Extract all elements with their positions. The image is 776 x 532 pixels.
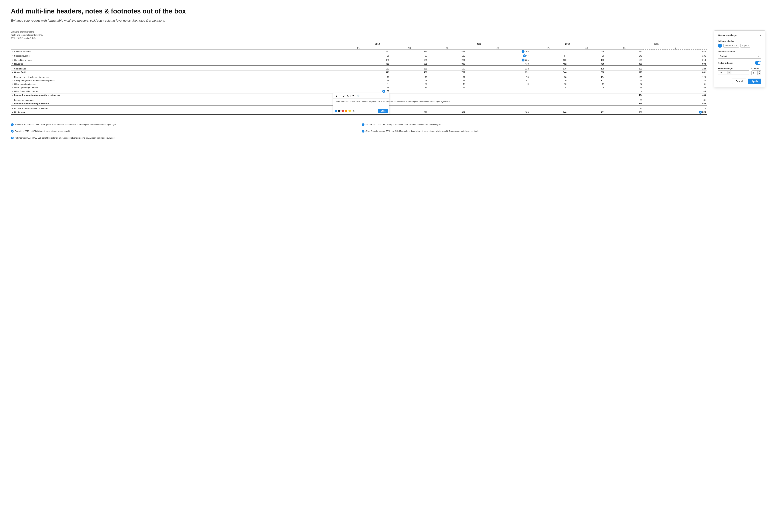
- cell: 9: [466, 82, 530, 86]
- indicator-display-label: Indicator display: [718, 40, 761, 42]
- chevron-down-icon: ∨: [747, 44, 749, 46]
- footnote-height-unit: %: [727, 71, 732, 74]
- row-label: + Support revenue: [11, 54, 327, 58]
- table-row: + Support revenue 99 87 132 2 87 87 90 1…: [11, 54, 707, 58]
- cell: 140: [530, 110, 568, 115]
- link-button[interactable]: 🔗: [356, 94, 360, 98]
- emoji-button[interactable]: ☺: [352, 110, 355, 113]
- footnote-height-input[interactable]: [718, 70, 727, 74]
- cancel-button[interactable]: Cancel: [732, 78, 746, 84]
- cell: [466, 107, 530, 110]
- cell: 707: [428, 70, 466, 74]
- company-name: SoftCons International Inc.: [11, 30, 707, 34]
- year-header-row: 2012 2013 2014 2015: [11, 42, 707, 46]
- cell: 273: [530, 49, 568, 54]
- cell: 122: [530, 58, 568, 62]
- col-2013-pl: PL: [428, 46, 466, 49]
- cell: 44: [605, 79, 643, 82]
- edit-content[interactable]: Other financial income 2012 : mUSD -55 p…: [333, 99, 389, 108]
- color-yellow[interactable]: [349, 110, 351, 112]
- cell: 10: [530, 82, 568, 86]
- rollup-toggle[interactable]: [755, 61, 761, 65]
- col-2015-fc: FC: [643, 46, 707, 49]
- cell: 78: [390, 75, 428, 79]
- color-red[interactable]: [342, 110, 344, 112]
- footnote-badge-4: 4: [362, 130, 364, 133]
- row-label-total: = Revenue: [11, 62, 327, 66]
- indicator-type-select[interactable]: Numbered ∨: [724, 44, 739, 48]
- cell: 35: [605, 99, 643, 102]
- label-subheader: [11, 46, 327, 49]
- color-blue[interactable]: [335, 110, 337, 112]
- color-orange[interactable]: [345, 110, 347, 112]
- column-label: Column: [751, 67, 761, 69]
- cell: [466, 89, 530, 93]
- note-badge-4[interactable]: 4: [382, 90, 385, 93]
- cell: 368: [568, 70, 605, 74]
- cell: [568, 93, 605, 97]
- cell: 104: [568, 75, 605, 79]
- cell: 301: [428, 110, 466, 115]
- cell: 43: [643, 79, 707, 82]
- company-report: Profit and loss statement in mUSD: [11, 33, 707, 37]
- spinner-down[interactable]: ▼: [758, 73, 761, 75]
- cell: 351: [466, 70, 530, 74]
- indicator-size-select[interactable]: 12px ∨: [740, 44, 750, 48]
- column-input[interactable]: [752, 71, 757, 75]
- cell: 88: [327, 86, 390, 89]
- cell: 1 265: [466, 49, 530, 54]
- table-section: SoftCons International Inc. Profit and l…: [11, 30, 707, 141]
- page-subtitle: Enhance your reports with formattable mu…: [11, 18, 765, 23]
- col-2012-ac: AC: [390, 46, 428, 49]
- panel-header: Notes settings ×: [718, 34, 761, 37]
- cell: 22: [390, 82, 428, 86]
- indicator-display-row: 1 Numbered ∨ 12px ∨: [718, 44, 761, 48]
- cell: [530, 89, 568, 93]
- footnote-badge-3: 3: [11, 130, 14, 133]
- spinner-up[interactable]: ▲: [758, 70, 761, 73]
- note-badge-3[interactable]: 3: [522, 58, 525, 61]
- note-badge-1[interactable]: 1: [522, 50, 525, 53]
- panel-title: Notes settings: [718, 34, 737, 37]
- cell: 459: [605, 102, 643, 105]
- cell: 282: [327, 67, 390, 70]
- cell: 906: [428, 62, 466, 66]
- row-label: − Income tax expenses: [11, 99, 327, 102]
- note-badge-2[interactable]: 2: [523, 54, 526, 57]
- color-black[interactable]: [338, 110, 341, 112]
- cell: [530, 99, 568, 102]
- color-button[interactable]: A: [346, 94, 350, 98]
- footnote-text-5: Net income 2015 : mUSD 529 penatibus dol…: [15, 136, 115, 140]
- apply-button[interactable]: Apply: [748, 78, 761, 84]
- bold-button[interactable]: B: [335, 94, 338, 98]
- row-label: + Income from discontinued operations: [11, 107, 327, 110]
- note-badge-5[interactable]: 5: [699, 111, 702, 114]
- save-note-button[interactable]: Save: [378, 109, 388, 113]
- cell: 78: [466, 75, 530, 79]
- row-label: − Selling and general administrative exp…: [11, 79, 327, 82]
- cell: 132: [428, 54, 466, 58]
- cell: 61: [643, 82, 707, 86]
- cell: 473: [466, 62, 530, 66]
- cell: 11: [466, 86, 530, 89]
- footnote-badge-2: 2: [362, 123, 364, 126]
- cell: [466, 93, 530, 97]
- chevron-down-icon: ∨: [758, 55, 759, 58]
- cell: 138: [530, 67, 568, 70]
- col-2013-ac: AC: [466, 46, 530, 49]
- row-label: + Consulting revenue: [11, 58, 327, 62]
- panel-close-button[interactable]: ×: [759, 34, 761, 37]
- footnote-item-4: 4 Other financial income 2012 : mUSD-55 …: [362, 130, 707, 133]
- year-2014: 2014: [530, 42, 605, 46]
- edit-button[interactable]: ✏: [352, 94, 355, 98]
- sub-header-row: PL AC PL AC PL AC PL FC: [11, 46, 707, 49]
- cell: 661: [390, 62, 428, 66]
- cell: 44: [327, 82, 390, 86]
- cell: 278: [568, 49, 605, 54]
- cell: 453: [390, 49, 428, 54]
- underline-button[interactable]: U: [342, 94, 345, 98]
- indicator-position-select[interactable]: Default ∨: [718, 54, 761, 58]
- cell: 131: [643, 54, 707, 58]
- footnote-item-5: 5 Net income 2015 : mUSD 529 penatibus d…: [11, 136, 707, 140]
- italic-button[interactable]: I: [339, 94, 341, 98]
